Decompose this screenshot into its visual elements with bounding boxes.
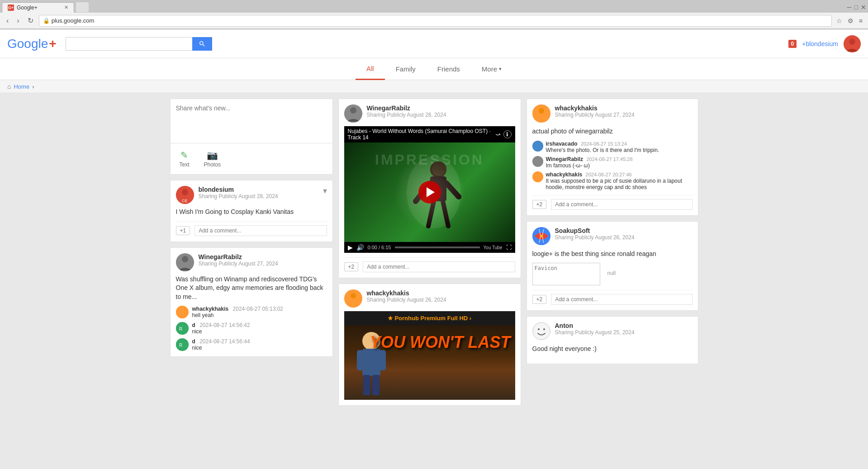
maximize-icon[interactable]: □ xyxy=(854,4,858,11)
video-info-icon[interactable]: ℹ xyxy=(503,130,512,138)
plus-button-right0[interactable]: +2 xyxy=(532,200,547,209)
comment-input[interactable] xyxy=(194,225,327,236)
comment-time: 2024-08-27 15:13:24 xyxy=(581,141,627,147)
bookmark-star-icon[interactable]: ☆ xyxy=(835,16,844,25)
play-pause-button[interactable]: ▶ xyxy=(348,244,353,251)
post-header: SoakupSoft Sharing Publicly August 26, 2… xyxy=(532,227,693,245)
whacky-mid-avatar xyxy=(344,289,362,308)
browser-nav-bar: ‹ › ↻ 🔒 plus.google.com ☆ ⚙ ≡ xyxy=(0,13,868,29)
play-button[interactable] xyxy=(418,181,441,204)
svg-point-23 xyxy=(351,293,356,298)
search-input[interactable] xyxy=(66,37,192,51)
null-text: null xyxy=(607,270,616,276)
youtube-logo: You Tube xyxy=(484,245,503,250)
volume-button[interactable]: 🔊 xyxy=(356,244,364,251)
post-anton: Anton Sharing Publicly August 25, 2024 G… xyxy=(526,316,698,364)
new-tab-button[interactable] xyxy=(76,2,89,12)
user-name[interactable]: +blondesium xyxy=(802,40,838,47)
comment-time: 2024-08-27 14:56:42 xyxy=(199,322,250,328)
right-column: whackykhakis Sharing Publicly August 27,… xyxy=(526,99,698,406)
comment-author: whackykhakis xyxy=(192,306,229,312)
svg-point-6 xyxy=(182,256,188,262)
post-text: Was shuffling on Winamp and rediscovered… xyxy=(176,275,327,302)
post-author[interactable]: blondesium xyxy=(199,186,318,193)
post-date: Sharing Publicly August 28, 2024 xyxy=(367,112,515,118)
header-right: 0 +blondesium xyxy=(788,35,861,52)
fullscreen-button[interactable]: ⛶ xyxy=(506,244,512,251)
post-menu-icon[interactable]: ▾ xyxy=(323,186,327,196)
share-textarea[interactable] xyxy=(176,104,327,136)
home-icon[interactable]: ⌂ xyxy=(7,83,11,90)
post-author[interactable]: WinegarRabilz xyxy=(367,104,515,112)
gplus-nav: All Family Friends More ▾ xyxy=(0,58,868,80)
search-button[interactable] xyxy=(192,37,212,51)
video-share-icon[interactable]: ⤻ xyxy=(495,131,501,138)
share-text-button[interactable]: ✎ Text xyxy=(174,147,195,171)
plus-button-mid[interactable]: +2 xyxy=(344,262,359,271)
post-winegar-video: WinegarRabilz Sharing Publicly August 28… xyxy=(338,99,521,278)
post-author[interactable]: SoakupSoft xyxy=(555,227,693,234)
extensions-icon[interactable]: ⚙ xyxy=(846,16,855,25)
comment-input-right0[interactable] xyxy=(551,199,692,210)
comment-avatar-d1: R xyxy=(176,322,189,335)
plus-button-right1[interactable]: +2 xyxy=(532,295,547,304)
post-text: loogie+ is the best thing since ronald r… xyxy=(532,250,693,259)
user-avatar-img xyxy=(844,35,861,52)
minimize-icon[interactable]: ─ xyxy=(847,4,852,11)
address-bar[interactable]: 🔒 plus.google.com xyxy=(39,15,832,27)
post-header: whackykhakis Sharing Publicly August 27,… xyxy=(532,104,693,123)
tab-title: Google+ xyxy=(17,5,38,11)
video-progress-bar[interactable] xyxy=(395,246,480,248)
browser-tab-active[interactable]: G+ Google+ ✕ xyxy=(2,2,74,13)
post-author[interactable]: Anton xyxy=(555,322,693,329)
play-arrow-icon xyxy=(427,187,435,197)
whacky-right-comment-avatar xyxy=(532,171,543,182)
breadcrumb-home[interactable]: Home xyxy=(14,83,29,90)
post-header: CE blondesium Sharing Publicly August 28… xyxy=(176,186,327,204)
post-author[interactable]: WinegarRabilz xyxy=(199,253,327,261)
svg-text:CE: CE xyxy=(182,199,188,203)
comment-input-mid[interactable] xyxy=(363,261,515,272)
refresh-button[interactable]: ↻ xyxy=(25,15,36,26)
nav-item-more[interactable]: More ▾ xyxy=(471,59,512,79)
comment-item: whackykhakis 2024-08-27 20:27:46 It was … xyxy=(532,171,693,190)
post-header: whackykhakis Sharing Publicly August 26,… xyxy=(344,289,515,308)
comment-author: d xyxy=(192,322,195,328)
ph-banner-bar[interactable]: ★ Pornhub Premium Full HD › xyxy=(344,311,515,325)
menu-icon[interactable]: ≡ xyxy=(857,16,864,25)
post-date: Sharing Publicly August 26, 2024 xyxy=(367,297,515,303)
post-whacky-right: whackykhakis Sharing Publicly August 27,… xyxy=(526,99,698,216)
post-meta: whackykhakis Sharing Publicly August 27,… xyxy=(555,104,693,118)
nav-item-family[interactable]: Family xyxy=(385,59,427,79)
comment-input-right1[interactable] xyxy=(551,294,692,305)
share-photos-button[interactable]: 📷 Photos xyxy=(199,147,226,171)
favicon-textarea[interactable] xyxy=(532,263,600,285)
post-meta: Anton Sharing Publicly August 25, 2024 xyxy=(555,322,693,336)
gplus-main-layout: ✎ Text 📷 Photos xyxy=(163,93,706,411)
pencil-icon: ✎ xyxy=(180,150,188,161)
nav-item-all[interactable]: All xyxy=(356,58,385,80)
post-meta: blondesium Sharing Publicly August 28, 2… xyxy=(199,186,318,199)
breadcrumb: ⌂ Home › xyxy=(0,80,868,93)
video-thumbnail[interactable]: impression xyxy=(344,142,515,242)
close-tab-icon[interactable]: ✕ xyxy=(64,5,68,10)
svg-rect-28 xyxy=(363,375,370,395)
plus-button[interactable]: +1 xyxy=(176,226,190,235)
left-column: ✎ Text 📷 Photos xyxy=(170,99,333,406)
comment-text: nice xyxy=(192,328,327,335)
winegar-avatar xyxy=(176,253,194,271)
back-button[interactable]: ‹ xyxy=(4,16,11,26)
nav-item-friends[interactable]: Friends xyxy=(427,59,471,79)
user-avatar[interactable] xyxy=(844,35,861,52)
post-author[interactable]: whackykhakis xyxy=(555,104,693,112)
close-window-icon[interactable]: ✕ xyxy=(861,4,866,11)
post-meta: WinegarRabilz Sharing Publicly August 28… xyxy=(367,104,515,118)
post-meta: whackykhakis Sharing Publicly August 26,… xyxy=(367,289,515,303)
browser-chrome: G+ Google+ ✕ ─ □ ✕ ‹ › ↻ 🔒 plus.google.c… xyxy=(0,0,868,29)
forward-button[interactable]: › xyxy=(14,16,22,26)
comment-text: It was supposed to be a pic of susie dol… xyxy=(546,178,693,190)
post-author[interactable]: whackykhakis xyxy=(367,289,515,297)
post-date: Sharing Publicly August 28, 2024 xyxy=(199,193,318,199)
notification-badge[interactable]: 0 xyxy=(788,40,797,48)
breadcrumb-separator: › xyxy=(32,83,34,90)
